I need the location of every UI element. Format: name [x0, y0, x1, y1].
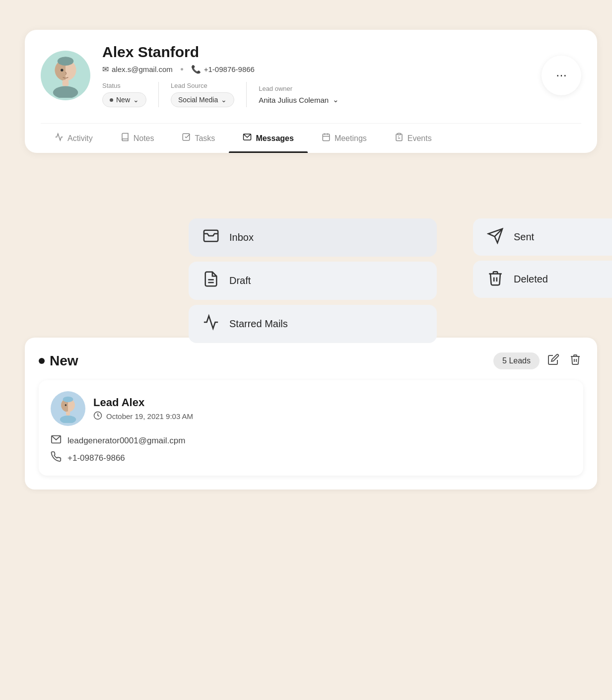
svg-rect-21 — [66, 412, 70, 416]
svg-point-22 — [60, 416, 76, 423]
svg-point-3 — [53, 86, 78, 98]
leads-count-badge: 5 Leads — [493, 352, 540, 369]
inbox-icon — [203, 227, 219, 248]
kanban-actions: 5 Leads — [493, 351, 583, 370]
lead-email: leadgenerator0001@gmail.cpm — [68, 436, 185, 446]
svg-rect-7 — [323, 134, 330, 141]
lead-owner-label: Lead owner — [259, 85, 339, 92]
sent-option[interactable]: Sent — [473, 218, 612, 256]
kanban-header: New 5 Leads — [39, 351, 583, 370]
profile-name: Alex Stanford — [102, 44, 530, 61]
tab-tasks[interactable]: Tasks — [168, 124, 229, 153]
events-icon — [395, 133, 404, 144]
tab-messages[interactable]: Messages — [229, 124, 308, 153]
separator-dot — [181, 68, 183, 70]
lead-source-chevron-icon: ⌄ — [221, 96, 227, 104]
status-value: New — [116, 96, 130, 104]
tab-meetings[interactable]: Meetings — [308, 124, 381, 153]
profile-info: Alex Stanford ✉ alex.s@gmail.com 📞 +1-09… — [102, 44, 530, 107]
svg-rect-11 — [398, 134, 401, 135]
lead-owner-chevron-icon: ⌄ — [333, 95, 339, 104]
messages-dropdown: Inbox Draft Starred Mails — [189, 218, 437, 343]
lead-avatar — [51, 391, 85, 426]
draft-option[interactable]: Draft — [189, 262, 437, 300]
lead-source-label: Lead Source — [171, 82, 234, 89]
edit-column-button[interactable] — [545, 351, 561, 370]
kanban-status-dot — [39, 358, 45, 364]
deleted-label: Deleted — [514, 274, 548, 285]
lead-card[interactable]: Lead Alex October 19, 2021 9:03 AM leadg… — [39, 380, 583, 476]
phone-icon: 📞 — [191, 65, 201, 74]
delete-column-button[interactable] — [567, 351, 583, 370]
more-icon: ⋯ — [556, 69, 567, 82]
tab-notes[interactable]: Notes — [107, 124, 168, 153]
deleted-icon — [487, 270, 504, 289]
lead-email-icon — [51, 434, 62, 447]
profile-email: alex.s@gmail.com — [112, 65, 173, 73]
profile-contact: ✉ alex.s@gmail.com 📞 +1-09876-9866 — [102, 65, 530, 74]
kanban-column-title: New — [50, 353, 78, 369]
lead-email-row: leadgenerator0001@gmail.cpm — [51, 434, 571, 447]
sent-icon — [487, 227, 504, 247]
status-chevron-icon: ⌄ — [133, 96, 139, 104]
clock-icon — [93, 411, 102, 421]
status-dropdown[interactable]: New ⌄ — [102, 92, 146, 107]
lead-source-group: Lead Source Social Media ⌄ — [171, 82, 247, 107]
draft-icon — [203, 271, 219, 291]
svg-rect-5 — [183, 134, 190, 140]
right-action-button[interactable]: ⋯ — [542, 56, 581, 95]
status-dot — [110, 98, 113, 102]
sent-label: Sent — [514, 231, 534, 243]
messages-icon — [243, 133, 252, 144]
kanban-title-row: New — [39, 353, 78, 369]
messages-right-panel: Sent Deleted — [473, 218, 612, 298]
lead-owner-dropdown[interactable]: Anita Julius Coleman ⌄ — [259, 95, 339, 104]
profile-card: Alex Stanford ✉ alex.s@gmail.com 📞 +1-09… — [25, 30, 597, 153]
tasks-icon — [182, 133, 191, 144]
lead-phone-icon — [51, 451, 62, 465]
lead-card-header: Lead Alex October 19, 2021 9:03 AM — [51, 391, 571, 426]
lead-phone: +1-09876-9866 — [68, 453, 125, 463]
starred-icon — [203, 314, 219, 334]
svg-rect-2 — [63, 80, 69, 86]
lead-phone-row: +1-09876-9866 — [51, 451, 571, 465]
kanban-section: New 5 Leads — [25, 338, 597, 490]
tab-bar: Activity Notes Tasks Messages Meetings — [41, 123, 581, 153]
starred-label: Starred Mails — [229, 318, 288, 330]
profile-phone: +1-09876-9866 — [204, 65, 255, 73]
inbox-option[interactable]: Inbox — [189, 218, 437, 257]
tab-events[interactable]: Events — [381, 124, 446, 153]
meta-row: Status New ⌄ Lead Source Social Media ⌄ — [102, 82, 530, 107]
svg-point-20 — [63, 397, 73, 403]
meetings-icon — [322, 133, 331, 144]
avatar — [41, 51, 90, 100]
email-icon: ✉ — [102, 65, 109, 74]
draft-label: Draft — [229, 275, 251, 286]
lead-info: Lead Alex October 19, 2021 9:03 AM — [93, 396, 571, 421]
lead-name: Lead Alex — [93, 396, 571, 409]
svg-point-23 — [65, 404, 67, 406]
inbox-label: Inbox — [229, 232, 254, 243]
deleted-option[interactable]: Deleted — [473, 261, 612, 298]
activity-icon — [55, 133, 64, 144]
svg-point-4 — [61, 69, 63, 71]
status-label: Status — [102, 82, 146, 89]
lead-owner-value: Anita Julius Coleman — [259, 96, 329, 104]
lead-owner-group: Lead owner Anita Julius Coleman ⌄ — [259, 85, 351, 104]
phone-contact: 📞 +1-09876-9866 — [191, 65, 255, 74]
status-group: Status New ⌄ — [102, 82, 159, 107]
profile-section: Alex Stanford ✉ alex.s@gmail.com 📞 +1-09… — [41, 44, 581, 119]
kanban-column-new: New 5 Leads — [25, 338, 597, 490]
notes-icon — [121, 133, 130, 144]
svg-point-1 — [58, 57, 73, 66]
lead-source-dropdown[interactable]: Social Media ⌄ — [171, 92, 234, 107]
tab-activity[interactable]: Activity — [41, 124, 107, 153]
lead-date-row: October 19, 2021 9:03 AM — [93, 411, 571, 421]
lead-source-value: Social Media — [178, 96, 218, 104]
starred-option[interactable]: Starred Mails — [189, 305, 437, 343]
email-contact: ✉ alex.s@gmail.com — [102, 65, 173, 74]
lead-date: October 19, 2021 9:03 AM — [106, 412, 193, 420]
